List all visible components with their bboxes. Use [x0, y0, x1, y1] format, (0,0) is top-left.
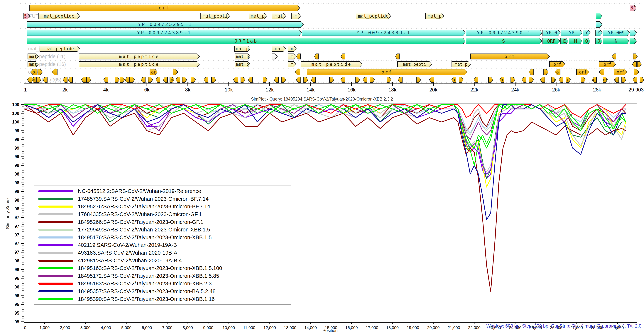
feature-feature [282, 77, 286, 83]
feature-feature [311, 77, 316, 83]
feature-feature [622, 77, 626, 83]
feature-feature [182, 77, 187, 83]
legend-label: 18495163:SARS-CoV-2/Taiyuan-2023-Omicron… [78, 265, 222, 271]
legend-label: 18495172:SARS-CoV-2/Taiyuan-2023-Omicron… [78, 273, 219, 279]
y-tick-label: 95 [14, 302, 19, 307]
feature-feature [355, 77, 360, 83]
ruler-tick-label: 12k [266, 87, 274, 93]
series-line [24, 105, 626, 165]
feature-label: orf [554, 62, 561, 67]
yp-protein-track: YP 009724389.1YP 009724389.1YP 009724390… [27, 30, 636, 36]
feature-label: orf [382, 70, 393, 74]
feature-feature [304, 77, 308, 83]
feature-label: m [294, 13, 297, 19]
feature-label: 3' [630, 5, 636, 11]
y-tick-label: 100 [12, 111, 19, 116]
feature-feature [630, 38, 636, 44]
feature-label: mat [274, 13, 283, 19]
feature-feature [314, 54, 318, 59]
feature-label: orf [617, 70, 624, 74]
feature-label: m [291, 62, 294, 67]
feature-label: o [552, 77, 555, 82]
y-tick-label: 98 [14, 207, 19, 211]
feature-label: YP 009725295.1 [138, 22, 192, 27]
x-axis-title: Position [0, 328, 644, 332]
feature-feature [633, 77, 637, 83]
feature-label: mat_p [236, 62, 249, 67]
legend-swatch [38, 190, 74, 192]
feature-label: ORF [547, 38, 556, 44]
legend-label: 17485739:SARS-CoV-2/Wuhan-2023-Omicron-B… [78, 196, 208, 202]
y-tick-label: 96 [14, 258, 19, 263]
mat-peptide-track-11: mat_peptide (11)matmat peptidemat_pmorf [28, 54, 637, 59]
feature-feature [173, 69, 178, 75]
y-tick-label: 98 [14, 172, 19, 177]
y-tick-label: 99 [14, 128, 19, 133]
y-tick-label: 98 [14, 180, 19, 185]
feature-feature [416, 77, 421, 83]
feature-feature [125, 77, 130, 83]
legend-label: 17729949:SARS-CoV-2/Wuhan-2023-Omicron-X… [78, 227, 210, 233]
feature-feature [156, 77, 160, 83]
feature-label: E [563, 38, 566, 44]
feature-feature [544, 69, 548, 75]
feature-label: mat [275, 46, 283, 51]
feature-feature [529, 77, 534, 83]
y-tick-label: 97 [14, 233, 19, 237]
legend-item: 18495183:SARS-CoV-2/Taiyuan-2023-Omicron… [34, 280, 291, 287]
legend-label: NC-045512.2:SARS-CoV-2/Wuhan-2019-Refere… [78, 188, 201, 194]
feature-feature [459, 77, 463, 83]
feature-feature [130, 77, 134, 83]
legend-swatch [38, 275, 74, 277]
feature-feature [370, 77, 374, 83]
feature-label: mat [29, 62, 37, 67]
feature-feature [634, 69, 639, 75]
feature-feature [233, 77, 238, 83]
legend-label: 412981:SARS-CoV-2/Wuhan-2020-19A-B.4 [78, 258, 182, 264]
legend-item: NC-045512.2:SARS-CoV-2/Wuhan-2019-Refere… [34, 188, 291, 195]
legend-swatch [38, 221, 74, 223]
legend-label: 18495176:SARS-CoV-2/Taiyuan-2023-Omicron… [78, 234, 212, 241]
feature-feature [163, 77, 168, 83]
feature-feature [63, 77, 67, 83]
legend-label: 402119:SARS-CoV-2/Wuhan-2019-19A-B [78, 242, 177, 248]
feature-feature [263, 77, 267, 83]
feature-label: o [33, 77, 35, 82]
feature-label: mat_peptide [46, 46, 74, 51]
feature-feature [68, 77, 72, 83]
legend-item: 18495357:SARS-CoV-2/Taiyuan-2023-Omicron… [34, 288, 291, 295]
feature-feature [81, 77, 86, 83]
feature-label: mat [29, 54, 37, 59]
feature-feature [511, 77, 515, 83]
ruler-tick-label: 1 [24, 87, 27, 93]
feature-label: o [452, 77, 455, 82]
feature-feature [596, 13, 602, 19]
legend-swatch [38, 198, 74, 200]
ruler-tick-label: 14k [306, 87, 315, 93]
legend-item: 18495172:SARS-CoV-2/Taiyuan-2023-Omicron… [34, 272, 291, 280]
legend-item: 18495266:SARS-CoV-2/Taiyuan-2023-Omicron… [34, 218, 291, 226]
ruler-tick-label: 4k [103, 87, 108, 93]
y-tick-label: 97 [14, 224, 19, 229]
legend-swatch [38, 229, 74, 231]
feature-label: mat_peptide [358, 13, 389, 19]
feature-label: O [598, 38, 600, 44]
legend-swatch [38, 206, 74, 208]
feature-label: orf [159, 5, 170, 11]
feature-label: o [500, 77, 503, 82]
feature-label: YP 009724389.1 [356, 30, 411, 35]
feature-label: m [291, 54, 294, 59]
legend-label: 18495276:SARS-CoV-2/Taiyuan-2023-Omicron… [78, 204, 210, 210]
orf-track: orf3' [30, 5, 636, 11]
feature-feature [272, 54, 277, 59]
legend-item: 17684335:SARS-CoV-2/Wuhan-2023-Omicron-G… [34, 211, 291, 218]
feature-feature [429, 77, 434, 83]
feature-feature [640, 77, 644, 83]
y-tick-label: 95 [14, 319, 19, 324]
legend-item: 412981:SARS-CoV-2/Wuhan-2020-19A-B.4 [34, 257, 291, 264]
feature-feature [488, 77, 493, 83]
y-tick-label: 97 [14, 241, 19, 246]
feature-label: o [32, 70, 35, 74]
mat-peptide-track-a: mat_peptidemat_peptidemat_pmatm [28, 46, 296, 52]
feature-label: o [615, 77, 618, 82]
